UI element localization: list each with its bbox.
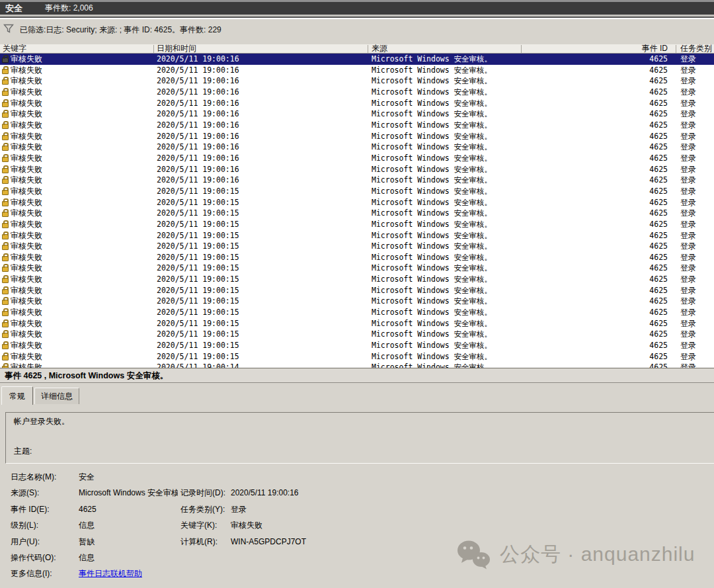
cell-event-id: 4625 xyxy=(521,142,672,153)
cell-source: Microsoft Windows 安全审核。 xyxy=(372,131,492,142)
property-label: 级别(L): xyxy=(11,517,38,533)
tab-general[interactable]: 常规 xyxy=(1,386,33,405)
event-row[interactable]: 审核失败2020/5/11 19:00:14Microsoft Windows … xyxy=(0,362,714,368)
event-description: 帐户登录失败。 xyxy=(14,416,69,427)
cell-keywords: 审核失败 xyxy=(11,197,42,208)
event-row[interactable]: 审核失败2020/5/11 19:00:15Microsoft Windows … xyxy=(0,252,714,263)
event-row[interactable]: 审核失败2020/5/11 19:00:16Microsoft Windows … xyxy=(0,164,714,175)
column-divider[interactable] xyxy=(676,45,676,53)
event-row[interactable]: 审核失败2020/5/11 19:00:15Microsoft Windows … xyxy=(0,307,714,318)
cell-datetime: 2020/5/11 19:00:15 xyxy=(157,274,239,285)
cell-event-id: 4625 xyxy=(521,296,672,307)
cell-keywords: 审核失败 xyxy=(11,164,42,175)
cell-keywords: 审核失败 xyxy=(11,98,42,109)
property-label: 事件 ID(E): xyxy=(11,501,50,517)
cell-event-id: 4625 xyxy=(521,263,672,274)
cell-source: Microsoft Windows 安全审核。 xyxy=(372,329,492,340)
tab-details[interactable]: 详细信息 xyxy=(34,388,79,404)
log-title-bar: 安全 事件数: 2,006 xyxy=(0,0,714,15)
event-row[interactable]: 审核失败2020/5/11 19:00:16Microsoft Windows … xyxy=(0,142,714,153)
event-row[interactable]: 审核失败2020/5/11 19:00:15Microsoft Windows … xyxy=(0,230,714,241)
event-log-help-link[interactable]: 事件日志联机帮助 xyxy=(79,569,142,578)
cell-task-category: 登录 xyxy=(680,318,696,329)
col-header-keywords[interactable]: 关键字 xyxy=(3,44,26,53)
event-row[interactable]: 审核失败2020/5/11 19:00:16Microsoft Windows … xyxy=(0,131,714,142)
cell-source: Microsoft Windows 安全审核。 xyxy=(372,98,492,109)
property-value: Microsoft Windows 安全审核。 xyxy=(79,485,178,501)
property-label: 记录时间(D): xyxy=(180,485,225,501)
event-row[interactable]: 审核失败2020/5/11 19:00:15Microsoft Windows … xyxy=(0,318,714,329)
event-row[interactable]: 审核失败2020/5/11 19:00:15Microsoft Windows … xyxy=(0,285,714,296)
cell-source: Microsoft Windows 安全审核。 xyxy=(372,285,492,296)
col-header-datetime[interactable]: 日期和时间 xyxy=(157,44,196,53)
cell-datetime: 2020/5/11 19:00:15 xyxy=(157,340,239,351)
cell-task-category: 登录 xyxy=(680,54,696,65)
column-divider[interactable] xyxy=(153,45,154,53)
property-label: 更多信息(I): xyxy=(11,566,52,581)
cell-event-id: 4625 xyxy=(521,285,672,296)
event-row[interactable]: 审核失败2020/5/11 19:00:16Microsoft Windows … xyxy=(0,120,714,131)
cell-keywords: 审核失败 xyxy=(11,230,42,241)
cell-task-category: 登录 xyxy=(680,175,696,186)
cell-datetime: 2020/5/11 19:00:15 xyxy=(157,351,239,362)
lock-icon xyxy=(2,201,9,206)
cell-datetime: 2020/5/11 19:00:15 xyxy=(157,241,239,252)
cell-datetime: 2020/5/11 19:00:16 xyxy=(157,108,239,120)
lock-icon xyxy=(2,289,9,294)
details-pane-title: 事件 4625 , Microsoft Windows 安全审核。 xyxy=(0,369,714,383)
event-viewer-window: 安全 事件数: 2,006 已筛选:日志: Security; 来源: ; 事件… xyxy=(0,0,714,588)
cell-datetime: 2020/5/11 19:00:16 xyxy=(157,153,239,164)
event-row[interactable]: 审核失败2020/5/11 19:00:16Microsoft Windows … xyxy=(0,98,714,109)
col-header-task-category[interactable]: 任务类别 xyxy=(680,44,712,53)
event-row[interactable]: 审核失败2020/5/11 19:00:16Microsoft Windows … xyxy=(0,54,714,65)
event-row[interactable]: 审核失败2020/5/11 19:00:16Microsoft Windows … xyxy=(0,65,714,76)
event-row[interactable]: 审核失败2020/5/11 19:00:15Microsoft Windows … xyxy=(0,340,714,351)
event-row[interactable]: 审核失败2020/5/11 19:00:16Microsoft Windows … xyxy=(0,87,714,98)
col-header-event-id[interactable]: 事件 ID xyxy=(521,44,672,53)
event-row[interactable]: 审核失败2020/5/11 19:00:15Microsoft Windows … xyxy=(0,351,714,362)
watermark: 公众号 · anquanzhilu xyxy=(455,539,695,569)
event-row[interactable]: 审核失败2020/5/11 19:00:15Microsoft Windows … xyxy=(0,274,714,285)
cell-source: Microsoft Windows 安全审核。 xyxy=(372,175,492,186)
cell-keywords: 审核失败 xyxy=(11,208,42,219)
cell-keywords: 审核失败 xyxy=(11,351,42,362)
event-row[interactable]: 审核失败2020/5/11 19:00:15Microsoft Windows … xyxy=(0,241,714,252)
event-row[interactable]: 审核失败2020/5/11 19:00:15Microsoft Windows … xyxy=(0,263,714,274)
event-row[interactable]: 审核失败2020/5/11 19:00:16Microsoft Windows … xyxy=(0,175,714,186)
lock-icon xyxy=(2,245,9,250)
lock-icon xyxy=(2,179,9,184)
lock-icon xyxy=(2,300,9,305)
event-row[interactable]: 审核失败2020/5/11 19:00:16Microsoft Windows … xyxy=(0,153,714,164)
property-value[interactable]: 事件日志联机帮助 xyxy=(79,566,142,581)
event-row[interactable]: 审核失败2020/5/11 19:00:15Microsoft Windows … xyxy=(0,197,714,208)
event-row[interactable]: 审核失败2020/5/11 19:00:16Microsoft Windows … xyxy=(0,75,714,87)
cell-task-category: 登录 xyxy=(680,197,696,208)
cell-task-category: 登录 xyxy=(680,329,696,340)
col-header-source[interactable]: 来源 xyxy=(372,44,387,53)
cell-task-category: 登录 xyxy=(680,285,696,296)
cell-keywords: 审核失败 xyxy=(11,219,42,230)
lock-icon xyxy=(2,91,9,96)
cell-source: Microsoft Windows 安全审核。 xyxy=(372,75,492,87)
cell-source: Microsoft Windows 安全审核。 xyxy=(372,318,492,329)
event-row[interactable]: 审核失败2020/5/11 19:00:15Microsoft Windows … xyxy=(0,186,714,197)
cell-event-id: 4625 xyxy=(521,219,672,230)
list-header: 关键字 日期和时间 来源 事件 ID 任务类别 xyxy=(0,44,714,54)
lock-icon xyxy=(2,355,9,360)
property-label: 日志名称(M): xyxy=(11,469,56,485)
event-row[interactable]: 审核失败2020/5/11 19:00:16Microsoft Windows … xyxy=(0,108,714,120)
cell-keywords: 审核失败 xyxy=(11,241,42,252)
event-row[interactable]: 审核失败2020/5/11 19:00:15Microsoft Windows … xyxy=(0,329,714,340)
event-count-total: 事件数: 2,006 xyxy=(45,3,93,14)
cell-source: Microsoft Windows 安全审核。 xyxy=(372,307,492,318)
event-row[interactable]: 审核失败2020/5/11 19:00:15Microsoft Windows … xyxy=(0,219,714,230)
column-divider[interactable] xyxy=(368,45,368,53)
column-divider[interactable] xyxy=(521,45,522,53)
cell-task-category: 登录 xyxy=(680,252,696,263)
property-value: 信息 xyxy=(79,517,95,533)
cell-source: Microsoft Windows 安全审核。 xyxy=(372,120,492,131)
cell-source: Microsoft Windows 安全审核。 xyxy=(372,164,492,175)
event-row[interactable]: 审核失败2020/5/11 19:00:15Microsoft Windows … xyxy=(0,296,714,307)
cell-datetime: 2020/5/11 19:00:16 xyxy=(157,142,239,153)
event-row[interactable]: 审核失败2020/5/11 19:00:15Microsoft Windows … xyxy=(0,208,714,219)
